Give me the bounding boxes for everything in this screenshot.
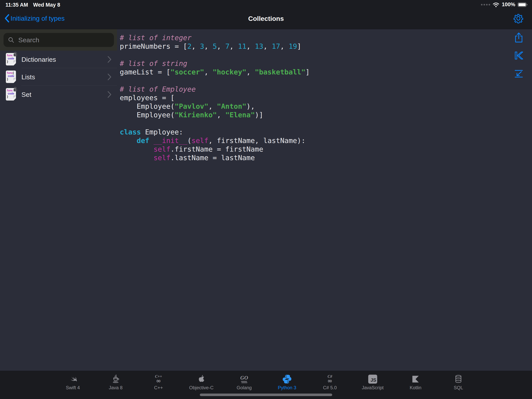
python-icon: [282, 374, 292, 384]
code-token-string: "hockey": [213, 68, 246, 76]
tab-javascript[interactable]: JS JavaScript: [351, 371, 394, 390]
action-rail: [513, 29, 525, 80]
sidebar-item-label: Dictionaries: [21, 56, 56, 63]
kotlin-icon: [411, 375, 420, 384]
code-token-plain: [149, 137, 154, 145]
search-icon: [8, 37, 14, 43]
code-token-number: 13: [255, 42, 263, 50]
code-token-selfvar: self: [153, 145, 170, 153]
code-line: Employee("Kirienko", "Elena")]: [120, 111, 532, 119]
home-indicator[interactable]: [200, 393, 332, 396]
code-token-plain: gameList = [: [120, 68, 170, 76]
apple-icon: [196, 374, 206, 384]
func-code-doc-icon: func code }: [6, 88, 16, 101]
sidebar-item-label: Set: [21, 91, 31, 98]
code-line: # list of integer: [120, 33, 532, 42]
page-title: Collections: [0, 15, 532, 22]
code-token-plain: ,: [217, 111, 225, 119]
code-token-number: 19: [289, 42, 297, 50]
code-token-string: "Anton": [217, 102, 247, 110]
code-token-number: 17: [272, 42, 280, 50]
code-token-number: 5: [213, 42, 217, 50]
settings-button[interactable]: [513, 13, 524, 24]
tab-kotlin[interactable]: Kotlin: [394, 371, 437, 390]
code-token-plain: ]: [297, 42, 301, 50]
language-tab-strip: Swift 4 Java 8 C++∞ C++ Objective-C GO G…: [51, 371, 480, 390]
tab-c-5-0[interactable]: C#∞ C# 5.0: [309, 371, 351, 390]
code-token-string: "basketball": [255, 68, 305, 76]
code-token-plain: Employee:: [141, 128, 183, 136]
code-token-plain: [120, 137, 137, 145]
swift-icon: [68, 374, 78, 384]
tab-label: C++: [154, 385, 163, 390]
code-token-plain: ]: [305, 68, 310, 76]
code-line: # list of Employee: [120, 85, 532, 94]
wifi-icon: [493, 2, 500, 8]
code-token-number: 7: [225, 42, 230, 50]
sidebar-item-set[interactable]: func code } Set: [0, 86, 117, 103]
lock-icon: [13, 86, 18, 92]
code-line: self.lastName = lastName: [120, 154, 532, 162]
code-token-plain: ),: [246, 102, 255, 110]
sidebar-item-dictionaries[interactable]: func code } Dictionaries: [0, 51, 117, 68]
code-pane[interactable]: # list of integerprimeNumbers = [2, 3, 5…: [117, 29, 532, 371]
code-token-string: "soccer": [170, 68, 204, 76]
code-token-plain: ,: [280, 42, 289, 50]
code-token-plain: ,: [208, 102, 217, 110]
code-block: # list of integerprimeNumbers = [2, 3, 5…: [120, 33, 532, 162]
code-line: primeNumbers = [2, 3, 5, 7, 11, 13, 17, …: [120, 42, 532, 51]
code-token-keyword: def: [137, 137, 149, 145]
code-token-number: 3: [200, 42, 204, 50]
language-tab-bar: Swift 4 Java 8 C++∞ C++ Objective-C GO G…: [0, 371, 532, 399]
golang-icon: GO: [240, 375, 248, 383]
code-line: class Employee:: [120, 128, 532, 136]
code-token-plain: ,: [217, 42, 225, 50]
sidebar-item-lists[interactable]: func{ code } Lists: [0, 68, 117, 86]
code-token-plain: )]: [255, 111, 263, 119]
code-token-plain: (: [187, 137, 192, 145]
code-token-plain: [120, 154, 153, 162]
tab-label: Swift 4: [66, 385, 80, 390]
lock-icon: [13, 51, 18, 57]
code-token-plain: ,: [246, 68, 255, 76]
code-token-plain: ,: [246, 42, 255, 50]
tab-python-3[interactable]: Python 3: [266, 371, 309, 390]
code-token-selfvar: self: [153, 154, 170, 162]
share-button[interactable]: [513, 31, 525, 44]
skip-to-start-button[interactable]: [513, 49, 525, 62]
page-fold: [13, 98, 16, 101]
func-code-doc-icon: func code }: [6, 53, 16, 65]
cellular-signal-icon: [481, 4, 490, 6]
tab-label: Kotlin: [410, 385, 421, 390]
code-token-string: "Pavlov": [175, 102, 208, 110]
sidebar-topic-list: func code } Dictionaries func{ code } Li…: [0, 51, 117, 103]
sidebar-item-label: Lists: [21, 73, 35, 81]
code-token-plain: Employee(: [120, 111, 175, 119]
tab-label: C# 5.0: [323, 385, 337, 390]
code-token-plain: .firstName = firstName: [170, 145, 263, 153]
code-token-number: 11: [238, 42, 246, 50]
code-token-plain: , firstName, lastName):: [208, 137, 305, 145]
search-input[interactable]: [18, 36, 112, 44]
status-time: 11:35 AM: [6, 2, 28, 8]
javascript-icon: JS: [368, 375, 377, 384]
page-fold: [13, 80, 16, 83]
tab-label: Golang: [237, 385, 252, 390]
csharp-icon: C#∞: [328, 374, 332, 384]
code-line: gameList = ["soccer", "hockey", "basketb…: [120, 68, 532, 76]
code-line: [120, 51, 532, 59]
collapse-button[interactable]: [513, 67, 525, 80]
tab-sql[interactable]: SQL: [437, 371, 480, 390]
code-token-selfvar: self: [192, 137, 209, 145]
tab-objective-c[interactable]: Objective-C: [180, 371, 223, 390]
tab-golang[interactable]: GO Golang: [223, 371, 266, 390]
tab-java-8[interactable]: Java 8: [94, 371, 137, 390]
code-token-plain: ,: [263, 42, 272, 50]
tab-swift-4[interactable]: Swift 4: [51, 371, 94, 390]
code-token-plain: primeNumbers = [: [120, 42, 187, 50]
cpp-icon: C++∞: [155, 374, 162, 384]
tab-label: Python 3: [278, 385, 296, 390]
status-date: Wed May 8: [33, 2, 60, 8]
search-field[interactable]: [4, 33, 114, 47]
tab-c[interactable]: C++∞ C++: [137, 371, 180, 390]
